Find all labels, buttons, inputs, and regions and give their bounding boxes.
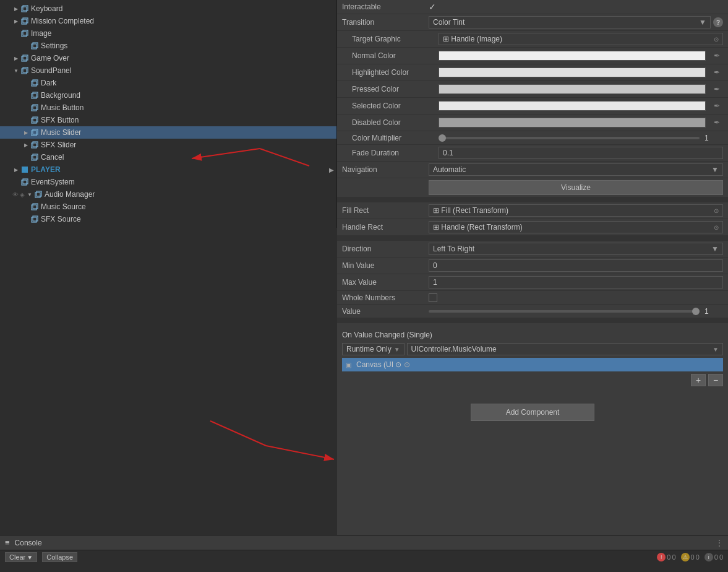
pressed-color-field[interactable] bbox=[439, 84, 706, 95]
slider-thumb[interactable] bbox=[439, 134, 446, 142]
tree-item-audio-manager[interactable]: 👁 ◈ Audio Manager bbox=[0, 188, 336, 201]
max-value-row: Max Value bbox=[337, 274, 728, 291]
fade-duration-value[interactable] bbox=[439, 147, 723, 159]
disabled-color-row: Disabled Color ✒ bbox=[337, 115, 728, 131]
normal-color-swatch[interactable] bbox=[439, 51, 706, 61]
disabled-color-field[interactable] bbox=[439, 117, 706, 128]
whole-numbers-checkbox[interactable] bbox=[429, 293, 437, 302]
highlighted-color-field[interactable] bbox=[439, 67, 706, 78]
visualize-btn-container[interactable]: Visualize bbox=[429, 180, 723, 195]
selected-color-field[interactable] bbox=[439, 100, 706, 111]
svg-rect-24 bbox=[32, 155, 36, 160]
fill-rect-value[interactable]: ⊞ Fill (Rect Transform) ⊙ bbox=[429, 204, 723, 217]
navigation-label: Navigation bbox=[342, 165, 429, 174]
value-slider-track[interactable] bbox=[429, 310, 700, 313]
help-icon[interactable]: ? bbox=[713, 17, 723, 27]
tree-item-dark[interactable]: Dark bbox=[0, 77, 336, 89]
highlighted-color-swatch[interactable] bbox=[439, 67, 706, 77]
slider-track[interactable] bbox=[439, 137, 700, 139]
dropdown-triangle: ▼ bbox=[394, 346, 400, 353]
handle-rect-target-icon: ⊙ bbox=[714, 224, 719, 231]
direction-dropdown[interactable]: Left To Right ▼ bbox=[429, 243, 723, 255]
console-doc-icon: ≡ bbox=[5, 538, 10, 547]
min-value-field-container[interactable] bbox=[429, 259, 723, 272]
max-value-field[interactable] bbox=[429, 276, 723, 288]
tree-item-mission-completed[interactable]: Mission Completed bbox=[0, 15, 336, 27]
tree-item-player[interactable]: PLAYER ▶ bbox=[0, 163, 336, 176]
warning-count-badge: ⚠ 0 0 bbox=[681, 553, 700, 561]
disabled-color-value: ✒ bbox=[439, 116, 723, 129]
eyedropper-icon[interactable]: ✒ bbox=[711, 66, 723, 79]
tree-item-music-slider[interactable]: Music Slider bbox=[0, 126, 336, 139]
console-options-icon[interactable]: ⋮ bbox=[716, 539, 723, 547]
dropdown-arrow: ▼ bbox=[711, 165, 719, 174]
handle-rect-field[interactable]: ⊞ Handle (Rect Transform) ⊙ bbox=[429, 221, 723, 233]
interactable-row: Interactable ✓ bbox=[337, 0, 728, 14]
target-graphic-value[interactable]: ⊞ Handle (Image) ⊙ bbox=[439, 33, 723, 45]
dropdown-arrow: ▼ bbox=[699, 18, 706, 27]
add-component-button[interactable]: Add Component bbox=[471, 404, 594, 421]
navigation-value[interactable]: Automatic ▼ bbox=[429, 163, 723, 176]
tree-item-music-button[interactable]: Music Button bbox=[0, 102, 336, 114]
add-event-button[interactable]: + bbox=[691, 374, 706, 386]
svg-rect-1 bbox=[23, 6, 28, 11]
value-slider-container[interactable]: 1 bbox=[429, 307, 723, 316]
color-multiplier-slider[interactable]: 1 bbox=[439, 134, 723, 142]
transition-value[interactable]: Color Tint ▼ ? bbox=[429, 16, 723, 28]
eyedropper-icon[interactable]: ✒ bbox=[711, 116, 723, 129]
function-dropdown-arrow: ▼ bbox=[713, 346, 719, 353]
collapse-button[interactable]: Collapse bbox=[42, 552, 77, 562]
tree-item-event-system[interactable]: EventSystem bbox=[0, 176, 336, 188]
tree-item-keyboard[interactable]: Keyboard bbox=[0, 2, 336, 15]
navigation-dropdown[interactable]: Automatic ▼ bbox=[429, 163, 723, 176]
visualize-button[interactable]: Visualize bbox=[429, 180, 723, 195]
value-slider[interactable]: 1 bbox=[429, 307, 723, 316]
eyedropper-icon[interactable]: ✒ bbox=[711, 100, 723, 112]
whole-numbers-value[interactable] bbox=[429, 293, 723, 302]
tree-item-background[interactable]: Background bbox=[0, 89, 336, 102]
min-value-field[interactable] bbox=[429, 259, 723, 272]
target-graphic-field[interactable]: ⊞ Handle (Image) ⊙ bbox=[439, 33, 723, 45]
fade-duration-field[interactable] bbox=[439, 147, 723, 159]
max-value-field-container[interactable] bbox=[429, 276, 723, 288]
cube-icon bbox=[20, 16, 30, 26]
runtime-only-dropdown[interactable]: Runtime Only ▼ bbox=[342, 343, 405, 355]
svg-rect-22 bbox=[32, 143, 36, 148]
tree-item-settings[interactable]: Settings bbox=[0, 40, 336, 52]
direction-value[interactable]: Left To Right ▼ bbox=[429, 243, 723, 255]
tree-item-sfx-slider[interactable]: SFX Slider bbox=[0, 139, 336, 151]
handle-rect-value[interactable]: ⊞ Handle (Rect Transform) ⊙ bbox=[429, 221, 723, 233]
disabled-color-swatch[interactable] bbox=[439, 118, 706, 128]
pressed-color-swatch[interactable] bbox=[439, 84, 706, 94]
cube-icon bbox=[30, 128, 40, 137]
clear-button[interactable]: Clear ▼ bbox=[5, 552, 37, 562]
info-icon: i bbox=[704, 553, 713, 561]
selected-color-swatch[interactable] bbox=[439, 101, 706, 111]
player-arrow: ▶ bbox=[329, 167, 334, 173]
value-slider-thumb[interactable] bbox=[692, 308, 700, 315]
cube-icon bbox=[33, 189, 43, 199]
svg-rect-15 bbox=[33, 92, 38, 97]
transition-dropdown[interactable]: Color Tint ▼ bbox=[429, 16, 711, 28]
tree-item-cancel[interactable]: Cancel bbox=[0, 151, 336, 163]
svg-rect-18 bbox=[32, 118, 36, 123]
eyedropper-icon[interactable]: ✒ bbox=[711, 83, 723, 95]
canvas-object-row[interactable]: ▣ Canvas (UI ⊙ ⊙ bbox=[342, 358, 723, 371]
tree-item-sound-panel[interactable]: SoundPanel bbox=[0, 64, 336, 77]
item-label-keyboard: Keyboard bbox=[31, 4, 62, 13]
fill-rect-field[interactable]: ⊞ Fill (Rect Transform) ⊙ bbox=[429, 204, 723, 217]
tree-item-image[interactable]: Image bbox=[0, 27, 336, 40]
whole-numbers-row: Whole Numbers bbox=[337, 291, 728, 305]
cube-icon bbox=[30, 202, 40, 212]
item-label-music-button: Music Button bbox=[41, 103, 84, 112]
tree-item-sfx-source[interactable]: SFX Source bbox=[0, 213, 336, 225]
tree-item-game-over[interactable]: Game Over bbox=[0, 52, 336, 64]
tree-item-sfx-button[interactable]: SFX Button bbox=[0, 114, 336, 126]
remove-event-button[interactable]: − bbox=[708, 374, 723, 386]
eyedropper-icon[interactable]: ✒ bbox=[711, 50, 723, 62]
svg-rect-16 bbox=[32, 106, 36, 111]
color-multiplier-row: Color Multiplier 1 bbox=[337, 131, 728, 145]
tree-item-music-source[interactable]: Music Source bbox=[0, 201, 336, 213]
function-name-dropdown[interactable]: UIController.MusicVolume ▼ bbox=[407, 343, 723, 355]
normal-color-field[interactable] bbox=[439, 50, 706, 61]
